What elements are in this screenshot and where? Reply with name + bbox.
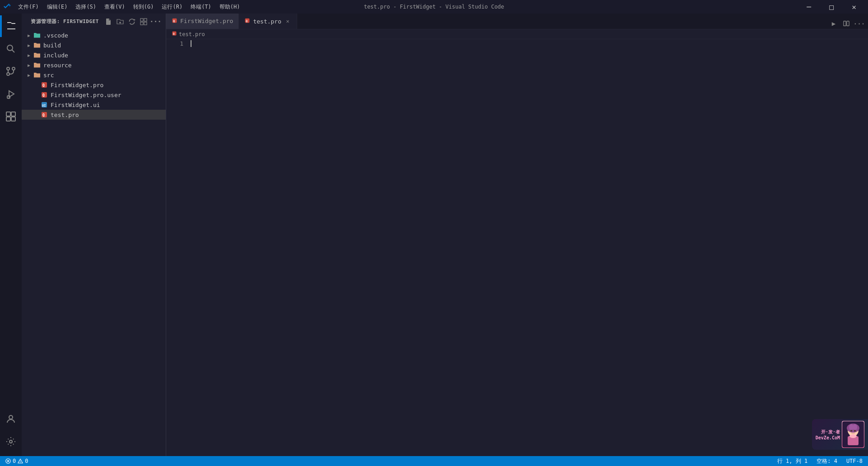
tree-item-firstwidget-ui-label: FirstWidget.ui	[51, 102, 100, 108]
code-line-1	[191, 39, 868, 48]
menu-view[interactable]: 查看(V)	[101, 2, 129, 12]
tree-item-include[interactable]: ▶ include	[22, 50, 166, 60]
status-bar-right: 行 1, 列 1 空格: 4 UTF-8	[775, 457, 864, 465]
tab-bar-actions: ▶ ···	[828, 18, 868, 29]
activity-settings[interactable]	[0, 431, 22, 452]
svg-point-11	[9, 415, 13, 419]
window-title: test.pro - FirstWidget - Visual Studio C…	[364, 4, 504, 10]
editor-content[interactable]	[189, 39, 868, 456]
svg-rect-35	[847, 21, 849, 26]
svg-marker-17	[134, 19, 136, 21]
tree-item-vscode-label: .vscode	[43, 32, 68, 39]
svg-text:Q: Q	[42, 84, 45, 88]
encoding[interactable]: UTF-8	[845, 458, 864, 464]
main-layout: 资源管理器: FIRSTWIDGET	[0, 14, 868, 456]
run-button[interactable]: ▶	[828, 18, 839, 29]
svg-rect-18	[140, 19, 143, 21]
svg-rect-8	[11, 112, 15, 116]
chevron-right-icon: ▶	[25, 71, 33, 79]
close-button[interactable]: ✕	[844, 0, 864, 14]
person-icon	[5, 414, 16, 424]
activity-extensions[interactable]	[0, 106, 22, 127]
svg-point-12	[9, 440, 12, 443]
cursor-position[interactable]: 行 1, 列 1	[775, 457, 809, 465]
activity-bar	[0, 14, 22, 456]
maximize-button[interactable]: □	[821, 0, 842, 14]
chevron-right-icon: ▶	[25, 42, 33, 49]
qt-icon: Q	[41, 81, 48, 89]
qt-icon: Q	[41, 111, 48, 118]
svg-rect-34	[844, 21, 846, 26]
activity-bar-top	[0, 15, 22, 408]
svg-point-42	[20, 462, 21, 462]
minimize-button[interactable]: ─	[798, 0, 819, 14]
more-actions-button[interactable]: ···	[150, 17, 160, 27]
tree-item-firstwidget-ui[interactable]: ▶ UI FirstWidget.ui	[22, 100, 166, 110]
new-file-icon	[105, 18, 112, 25]
svg-text:Q: Q	[173, 32, 175, 35]
title-bar: 文件(F) 编辑(E) 选择(S) 查看(V) 转到(G) 运行(R) 终端(T…	[0, 0, 868, 14]
menu-help[interactable]: 帮助(H)	[216, 2, 244, 12]
tree-item-firstwidget-pro-user[interactable]: ▶ Q FirstWidget.pro.user	[22, 90, 166, 100]
menu-select[interactable]: 选择(S)	[72, 2, 100, 12]
tab-test-pro[interactable]: Q test.pro ✕	[239, 14, 297, 29]
editor-area: Q FirstWidget.pro Q test.pro ✕ ▶	[166, 14, 868, 456]
menu-edit[interactable]: 编辑(E)	[43, 2, 71, 12]
new-folder-button[interactable]	[115, 17, 125, 27]
svg-text:Q: Q	[42, 113, 45, 117]
activity-debug[interactable]	[0, 83, 22, 105]
collapse-all-button[interactable]	[139, 17, 149, 27]
qt-icon: Q	[41, 91, 48, 98]
tree-item-build[interactable]: ▶ build	[22, 40, 166, 50]
watermark-line1: 开·发·者	[821, 429, 840, 435]
folder-icon	[33, 51, 41, 59]
gear-icon	[5, 436, 16, 447]
qt-breadcrumb-icon: Q	[172, 31, 177, 36]
folder-closed-icon	[33, 42, 41, 49]
title-bar-menu: 文件(F) 编辑(E) 选择(S) 查看(V) 转到(G) 运行(R) 终端(T…	[14, 2, 244, 12]
svg-line-1	[12, 50, 15, 53]
menu-terminal[interactable]: 终端(T)	[187, 2, 215, 12]
svg-rect-20	[140, 22, 143, 25]
folder-icon	[33, 61, 41, 69]
new-file-button[interactable]	[103, 17, 113, 27]
warning-icon	[18, 458, 23, 464]
collapse-icon	[140, 18, 147, 25]
indentation[interactable]: 空格: 4	[815, 457, 839, 465]
tree-item-test-pro-label: test.pro	[51, 112, 79, 118]
git-icon	[5, 66, 16, 77]
tree-item-src[interactable]: ▶ src	[22, 70, 166, 80]
more-editor-actions[interactable]: ···	[854, 18, 864, 29]
editor[interactable]: 1	[166, 39, 868, 456]
refresh-icon	[128, 18, 135, 25]
menu-goto[interactable]: 转到(G)	[130, 2, 158, 12]
split-editor-button[interactable]	[841, 18, 852, 29]
activity-search[interactable]	[0, 38, 22, 60]
folder-closed-icon	[33, 32, 41, 39]
tree-item-resource[interactable]: ▶ resource	[22, 60, 166, 70]
breadcrumb: Q test.pro	[166, 29, 868, 39]
svg-point-4	[7, 67, 9, 70]
tab-bar: Q FirstWidget.pro Q test.pro ✕ ▶	[166, 14, 868, 29]
tree-item-vscode[interactable]: ▶ .vscode	[22, 30, 166, 40]
breadcrumb-filename: test.pro	[179, 31, 205, 37]
svg-text:Q: Q	[246, 19, 248, 23]
tree-item-firstwidget-pro[interactable]: ▶ Q FirstWidget.pro	[22, 80, 166, 90]
refresh-button[interactable]	[127, 17, 137, 27]
vscode-logo-icon	[4, 3, 11, 10]
activity-source-control[interactable]	[0, 61, 22, 82]
activity-account[interactable]	[0, 408, 22, 430]
tree-item-test-pro[interactable]: ▶ Q test.pro	[22, 110, 166, 120]
tab-firstwidget-pro-label: FirstWidget.pro	[180, 18, 233, 24]
svg-text:Q: Q	[42, 93, 45, 98]
watermark-line2: DevZe.CoM	[816, 435, 840, 440]
files-icon	[6, 21, 17, 32]
activity-explorer[interactable]	[0, 15, 22, 37]
svg-rect-7	[6, 112, 10, 116]
menu-run[interactable]: 运行(R)	[158, 2, 186, 12]
menu-file[interactable]: 文件(F)	[14, 2, 42, 12]
tab-test-pro-close[interactable]: ✕	[284, 18, 291, 25]
tab-firstwidget-pro[interactable]: Q FirstWidget.pro	[166, 14, 239, 29]
tree-item-build-label: build	[43, 42, 61, 49]
status-errors[interactable]: 0 0	[4, 458, 30, 464]
